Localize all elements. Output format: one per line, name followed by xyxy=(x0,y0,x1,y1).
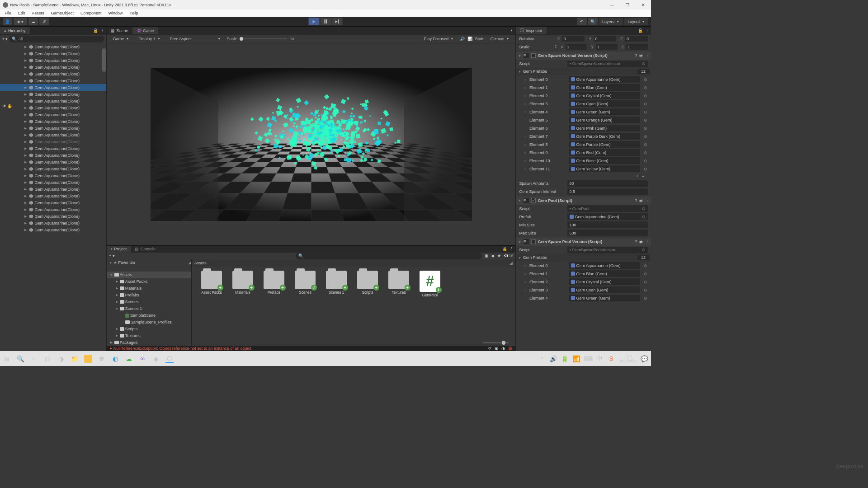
object-picker-icon[interactable]: ⊙ xyxy=(643,296,648,300)
project-tab[interactable]: ▪ Project xyxy=(107,246,131,253)
tree-row[interactable]: ▼Assets xyxy=(107,272,191,278)
object-field[interactable]: Gem Rose (Gem) xyxy=(569,157,640,164)
favorites-row[interactable]: ▼★Favorites ◢ xyxy=(107,259,191,266)
hierarchy-row[interactable]: ▶Gem Aquamarine(Clone) xyxy=(0,145,106,152)
object-picker-icon[interactable]: ⊙ xyxy=(643,85,648,90)
object-field[interactable]: Gem Aquamarine (Gem) xyxy=(569,76,640,83)
project-filter-type-icon[interactable]: ▣ xyxy=(485,253,489,258)
object-picker-icon[interactable]: ⊙ xyxy=(643,118,648,122)
thumbnail-size-slider[interactable] xyxy=(192,340,515,346)
component-header-spawn-normal[interactable]: ▼# Gem Spawn Normal Version (Script) ?⇄⋮ xyxy=(516,52,651,60)
notifications-icon[interactable]: 💬 xyxy=(640,355,648,363)
cloud-button[interactable]: ☁ xyxy=(28,18,38,25)
minsize-field[interactable]: 100 xyxy=(567,221,648,228)
start-button[interactable]: ⊞ xyxy=(3,355,11,363)
tree-row[interactable]: ▶Packages xyxy=(107,339,191,346)
help-icon[interactable]: ? xyxy=(635,53,637,58)
object-picker-icon[interactable]: ⊙ xyxy=(643,77,648,82)
presets-icon[interactable]: ⇄ xyxy=(639,53,643,58)
visual-studio-icon[interactable]: ∞ xyxy=(138,355,146,363)
object-field[interactable]: Gem Blue (Gem) xyxy=(569,84,640,91)
hierarchy-row[interactable]: ▶Gem Aquamarine(Clone) xyxy=(0,118,106,125)
object-field[interactable]: Gem Pink (Gem) xyxy=(569,125,640,131)
hierarchy-row[interactable]: ▶Gem Aquamarine(Clone) xyxy=(0,50,106,57)
tree-row[interactable]: ▼Scenes 1 xyxy=(107,305,191,312)
hierarchy-row[interactable]: ▶Gem Aquamarine(Clone) xyxy=(0,138,106,145)
app-icon[interactable]: ◐ xyxy=(111,355,119,363)
hierarchy-lock-icon[interactable]: 🔓 xyxy=(93,28,98,33)
object-picker-icon[interactable]: ⊙ xyxy=(643,126,648,131)
hierarchy-row[interactable]: ▶Gem Aquamarine(Clone) xyxy=(0,64,106,70)
object-picker-icon[interactable]: ⊙ xyxy=(643,150,648,155)
object-picker-icon[interactable]: ⊙ xyxy=(643,288,648,292)
hierarchy-row[interactable]: ▶Gem Aquamarine(Clone) xyxy=(0,152,106,159)
project-save-filter-icon[interactable]: ★ xyxy=(497,253,501,258)
menu-assets[interactable]: Assets xyxy=(29,10,47,16)
mute-button[interactable]: 🔊 xyxy=(460,37,465,41)
hierarchy-row[interactable]: ▶Gem Aquamarine(Clone) xyxy=(0,111,106,118)
project-menu-icon[interactable]: ⋮ xyxy=(509,247,514,251)
version-control-button[interactable]: ↺ xyxy=(39,18,49,25)
object-picker-icon[interactable]: ⊙ xyxy=(643,159,648,163)
ime-icon[interactable]: ⌨ xyxy=(584,355,592,363)
object-field[interactable]: Gem Crystal (Gem) xyxy=(569,278,640,285)
spawn-interval-field[interactable]: 0.5 xyxy=(567,188,648,195)
services-button[interactable]: ◈ ▾ xyxy=(14,18,27,25)
inspector-lock-icon[interactable]: 🔓 xyxy=(638,28,643,33)
object-field[interactable]: Gem Crystal (Gem) xyxy=(569,92,640,99)
app-icon[interactable]: ❋ xyxy=(98,355,106,363)
scale-y-field[interactable]: 1 xyxy=(596,44,618,50)
rot-z-field[interactable]: 0 xyxy=(625,36,647,42)
folder-item[interactable]: +Scripts xyxy=(357,271,378,295)
project-lock-icon[interactable]: 🔓 xyxy=(502,247,507,251)
error-message[interactable]: NullReferenceException: Object reference… xyxy=(113,346,251,351)
game-menu-icon[interactable]: ⋮ xyxy=(509,28,514,33)
object-picker-icon[interactable]: ⊙ xyxy=(643,110,648,114)
component-enabled-checkbox[interactable] xyxy=(531,198,536,203)
display-dropdown[interactable]: Display 1▼ xyxy=(135,36,164,42)
hierarchy-row[interactable]: ▶Gem Aquamarine(Clone) xyxy=(0,77,106,84)
object-picker-icon[interactable]: ⊙ xyxy=(643,272,648,276)
component-menu-icon[interactable]: ⋮ xyxy=(645,198,649,203)
link-scale-icon[interactable]: ⟟ xyxy=(555,44,557,49)
step-button[interactable] xyxy=(332,18,343,25)
folder-item[interactable]: +Textures xyxy=(388,271,410,295)
object-field[interactable]: Gem Green (Gem) xyxy=(569,295,640,301)
help-icon[interactable]: ? xyxy=(635,239,637,244)
object-picker-icon[interactable]: ⊙ xyxy=(643,142,648,147)
breadcrumb[interactable]: Assets ◢ xyxy=(192,259,515,267)
hierarchy-row[interactable]: ▶Gem Aquamarine(Clone) xyxy=(0,186,106,192)
object-field[interactable]: Gem Blue (Gem) xyxy=(569,270,640,277)
hierarchy-search-input[interactable]: 🔍 All xyxy=(9,36,104,42)
object-field[interactable]: Gem Purple (Gem) xyxy=(569,141,640,148)
component-menu-icon[interactable]: ⋮ xyxy=(645,239,649,244)
object-picker-icon[interactable]: ⊙ xyxy=(643,263,648,268)
scene-tab[interactable]: ▦Scene xyxy=(107,27,132,34)
folder-item[interactable]: +Prefabs xyxy=(264,271,285,295)
component-enabled-checkbox[interactable] xyxy=(531,239,536,244)
tree-row[interactable]: ▶Materials xyxy=(107,285,191,292)
play-focus-dropdown[interactable]: Play Focused▼ xyxy=(420,36,457,42)
tray-expand-icon[interactable]: ^ xyxy=(538,355,546,363)
hierarchy-row[interactable]: ▶Gem Aquamarine(Clone) xyxy=(0,206,106,213)
tree-row[interactable]: ▶Prefabs xyxy=(107,292,191,299)
folder-item[interactable]: +Materials xyxy=(232,271,254,295)
scale-z-field[interactable]: 1 xyxy=(626,44,648,50)
hierarchy-row[interactable]: ▶Gem Aquamarine(Clone) xyxy=(0,199,106,206)
cortana-button[interactable]: ○ xyxy=(30,355,38,363)
object-picker-icon[interactable]: ⊙ xyxy=(643,134,648,139)
account-button[interactable]: 👤 xyxy=(3,18,12,25)
inspector-menu-icon[interactable]: ⋮ xyxy=(645,28,649,33)
minimize-button[interactable]: — xyxy=(610,2,615,7)
game-tab[interactable]: 👾Game xyxy=(132,27,158,34)
component-header-spawn-pool[interactable]: ▼# Gem Spawn Pool Version (Script) ?⇄⋮ xyxy=(516,238,651,246)
rot-y-field[interactable]: 0 xyxy=(594,36,616,42)
object-picker-icon[interactable]: ⊙ xyxy=(643,280,648,284)
object-field[interactable]: Gem Cyan (Gem) xyxy=(569,286,640,293)
hierarchy-row[interactable]: ▶Gem Aquamarine(Clone) xyxy=(0,104,106,111)
object-picker-icon[interactable]: ⊙ xyxy=(643,102,648,106)
maximize-button[interactable]: ❐ xyxy=(625,2,630,7)
object-picker-icon[interactable]: ⊙ xyxy=(643,167,648,171)
hierarchy-list[interactable]: 👁 ✋ ▶Gem Aquamarine(Clone)▶Gem Aquamarin… xyxy=(0,43,106,351)
ime-lang-icon[interactable]: 中 xyxy=(595,355,604,363)
